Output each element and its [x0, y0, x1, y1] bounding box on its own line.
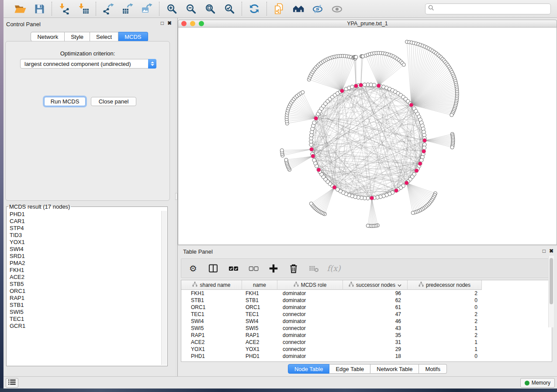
- float-panel-icon[interactable]: □: [161, 20, 164, 26]
- dominator-node[interactable]: [394, 189, 398, 193]
- open-file-icon[interactable]: [13, 2, 27, 15]
- float-table-panel-icon[interactable]: □: [543, 248, 546, 254]
- show-hidden-icon[interactable]: [330, 2, 344, 15]
- network-node[interactable]: [422, 146, 426, 150]
- add-column-icon[interactable]: [268, 263, 279, 274]
- table-tab-network-table[interactable]: Network Table: [370, 364, 419, 374]
- mcds-result-item[interactable]: SRD1: [7, 253, 162, 260]
- dominator-node[interactable]: [422, 149, 426, 153]
- column-header-shared-name[interactable]: shared name: [181, 280, 242, 290]
- deselect-all-icon[interactable]: [248, 263, 259, 274]
- network-node[interactable]: [301, 90, 304, 94]
- mcds-result-item[interactable]: GCR1: [7, 323, 162, 330]
- table-tab-node-table[interactable]: Node Table: [288, 364, 330, 374]
- network-window-titlebar[interactable]: YPA_prune.txt_1: [178, 20, 557, 28]
- column-header-MCDS-role[interactable]: MCDS role: [277, 280, 343, 290]
- network-node[interactable]: [312, 158, 316, 162]
- network-node[interactable]: [354, 55, 358, 59]
- zoom-out-icon[interactable]: [184, 2, 198, 15]
- export-table-icon[interactable]: [121, 2, 135, 15]
- mcds-result-item[interactable]: STB5: [7, 281, 162, 288]
- column-header-successor-nodes[interactable]: successor nodes: [343, 280, 408, 290]
- mcds-result-item[interactable]: CAR1: [7, 218, 162, 225]
- task-history-button[interactable]: [6, 378, 18, 388]
- table-tab-motifs[interactable]: Motifs: [419, 364, 447, 374]
- delete-column-icon[interactable]: [288, 263, 299, 274]
- tab-style[interactable]: Style: [65, 32, 90, 41]
- network-node[interactable]: [280, 148, 284, 152]
- table-row-SWI5[interactable]: SWI5SWI5connector431: [181, 325, 552, 332]
- mcds-result-item[interactable]: STB1: [7, 302, 162, 309]
- table-scrollbar-thumb[interactable]: [550, 258, 553, 304]
- dominator-node[interactable]: [415, 168, 419, 172]
- network-canvas[interactable]: [178, 28, 557, 244]
- mcds-result-item[interactable]: PHD1: [7, 211, 162, 218]
- network-node[interactable]: [450, 145, 454, 149]
- table-row-ACE2[interactable]: ACE2ACE2connector311: [181, 339, 552, 346]
- dominator-node[interactable]: [314, 117, 318, 120]
- import-table-icon[interactable]: [76, 2, 90, 15]
- table-row-SWI4[interactable]: SWI4SWI4dominator462: [181, 318, 552, 325]
- dominator-node[interactable]: [409, 103, 413, 107]
- mcds-list-scrollbar[interactable]: [161, 211, 167, 365]
- group-nodes-icon[interactable]: [291, 2, 305, 15]
- column-header-predecessor-nodes[interactable]: predecessor nodes: [408, 280, 482, 290]
- criterion-dropdown[interactable]: largest connected component (undirected): [20, 59, 156, 69]
- tab-select[interactable]: Select: [90, 32, 118, 41]
- search-box[interactable]: [425, 3, 551, 14]
- network-node[interactable]: [372, 83, 376, 87]
- table-tab-edge-table[interactable]: Edge Table: [329, 364, 370, 374]
- run-mcds-button[interactable]: Run MCDS: [44, 97, 86, 106]
- dominator-node[interactable]: [405, 181, 408, 185]
- export-network-icon[interactable]: [101, 2, 115, 15]
- mcds-result-item[interactable]: PMA2: [7, 260, 162, 267]
- clone-network-icon[interactable]: [272, 2, 286, 15]
- dominator-node[interactable]: [332, 186, 336, 189]
- dominator-node[interactable]: [370, 196, 374, 200]
- network-node[interactable]: [309, 202, 313, 205]
- mcds-result-item[interactable]: SWI4: [7, 246, 162, 253]
- close-panel-button[interactable]: Close panel: [91, 97, 136, 106]
- search-input[interactable]: [436, 6, 548, 12]
- network-node[interactable]: [450, 113, 453, 117]
- mcds-result-item[interactable]: RAP1: [7, 295, 162, 302]
- table-row-TEC1[interactable]: TEC1TEC1connector472: [181, 311, 552, 318]
- tab-network[interactable]: Network: [31, 32, 65, 41]
- network-node[interactable]: [312, 121, 316, 125]
- network-node[interactable]: [363, 83, 367, 87]
- zoom-in-icon[interactable]: [165, 2, 179, 15]
- table-row-YOX1[interactable]: YOX1YOX1connector291: [181, 346, 552, 353]
- network-node[interactable]: [284, 158, 288, 162]
- memory-button[interactable]: Memory: [520, 378, 555, 388]
- zoom-selected-icon[interactable]: [222, 2, 236, 15]
- column-header-name[interactable]: name: [242, 280, 277, 290]
- save-session-icon[interactable]: [32, 2, 46, 15]
- table-row-ORC1[interactable]: ORC1ORC1dominator610: [181, 304, 552, 311]
- table-row-PHD1[interactable]: PHD1PHD1dominator180: [181, 353, 552, 360]
- import-network-icon[interactable]: [57, 2, 71, 15]
- mcds-result-item[interactable]: ORC1: [7, 288, 162, 295]
- mcds-result-item[interactable]: YOX1: [7, 239, 162, 246]
- zoom-fit-icon[interactable]: [203, 2, 217, 15]
- settings-icon[interactable]: ⚙: [187, 263, 199, 274]
- dominator-node[interactable]: [377, 84, 381, 88]
- split-view-icon[interactable]: [208, 263, 219, 274]
- mcds-result-item[interactable]: TEC1: [7, 316, 162, 323]
- hide-selected-icon[interactable]: [311, 2, 325, 15]
- dominator-node[interactable]: [311, 154, 315, 158]
- close-table-panel-icon[interactable]: ✖: [549, 248, 554, 254]
- dominator-node[interactable]: [354, 84, 358, 88]
- table-scrollbar[interactable]: [548, 256, 554, 327]
- table-row-RAP1[interactable]: RAP1RAP1dominator352: [181, 332, 552, 339]
- refresh-icon[interactable]: [247, 2, 261, 15]
- dominator-node[interactable]: [422, 138, 426, 142]
- mcds-result-item[interactable]: FKH1: [7, 267, 162, 274]
- close-panel-icon[interactable]: ✖: [167, 20, 172, 26]
- network-node[interactable]: [350, 85, 354, 89]
- network-node[interactable]: [411, 211, 415, 215]
- network-node[interactable]: [402, 63, 405, 66]
- tab-mcds[interactable]: MCDS: [118, 32, 148, 41]
- dominator-node[interactable]: [340, 89, 344, 93]
- mcds-result-item[interactable]: SWI5: [7, 309, 162, 316]
- table-row-FKH1[interactable]: FKH1FKH1dominator962: [181, 290, 552, 297]
